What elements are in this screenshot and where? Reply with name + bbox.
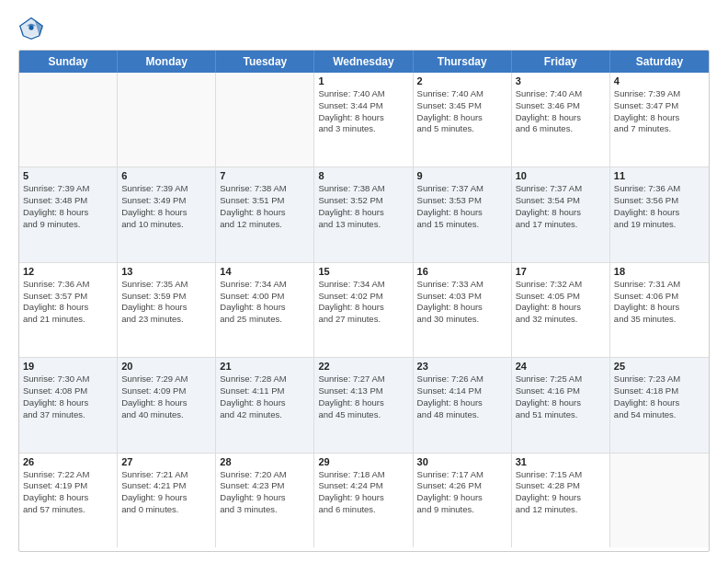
calendar-cell-3-3: 22Sunrise: 7:27 AMSunset: 4:13 PMDayligh… — [314, 358, 413, 452]
day-number: 10 — [516, 170, 606, 181]
calendar-cell-0-1 — [118, 73, 216, 167]
calendar-cell-0-5: 3Sunrise: 7:40 AMSunset: 3:46 PMDaylight… — [512, 73, 610, 167]
calendar-row-2: 12Sunrise: 7:36 AMSunset: 3:57 PMDayligh… — [19, 263, 709, 358]
cell-line: and 35 minutes. — [614, 314, 705, 326]
cell-line: Daylight: 8 hours — [417, 207, 507, 219]
calendar-cell-0-2 — [216, 73, 314, 167]
cell-line: and 40 minutes. — [121, 409, 211, 421]
calendar-cell-3-4: 23Sunrise: 7:26 AMSunset: 4:14 PMDayligh… — [414, 358, 512, 452]
day-number: 7 — [220, 170, 310, 181]
calendar-row-0: 1Sunrise: 7:40 AMSunset: 3:44 PMDaylight… — [19, 73, 709, 167]
cell-line: Sunrise: 7:36 AM — [23, 279, 113, 291]
calendar-cell-1-4: 9Sunrise: 7:37 AMSunset: 3:53 PMDaylight… — [414, 167, 512, 261]
cell-line: Sunrise: 7:29 AM — [121, 373, 211, 385]
calendar-cell-2-0: 12Sunrise: 7:36 AMSunset: 3:57 PMDayligh… — [19, 263, 118, 357]
cell-line: Sunrise: 7:17 AM — [417, 469, 507, 481]
calendar-cell-2-5: 17Sunrise: 7:32 AMSunset: 4:05 PMDayligh… — [512, 263, 610, 357]
cell-line: Sunset: 4:14 PM — [417, 385, 507, 397]
cell-line: Sunset: 3:54 PM — [516, 195, 606, 207]
day-number: 9 — [417, 170, 507, 181]
cell-line: and 6 minutes. — [516, 123, 606, 135]
cell-line: Sunset: 4:24 PM — [318, 480, 408, 492]
calendar-cell-2-4: 16Sunrise: 7:33 AMSunset: 4:03 PMDayligh… — [414, 263, 512, 357]
calendar-cell-3-0: 19Sunrise: 7:30 AMSunset: 4:08 PMDayligh… — [19, 358, 118, 452]
day-number: 17 — [516, 266, 606, 277]
calendar-cell-3-1: 20Sunrise: 7:29 AMSunset: 4:09 PMDayligh… — [118, 358, 216, 452]
cell-line: and 57 minutes. — [23, 504, 113, 516]
cell-line: Sunrise: 7:34 AM — [220, 279, 310, 291]
weekday-header-thursday: Thursday — [414, 51, 512, 73]
day-number: 11 — [614, 170, 705, 181]
cell-line: Daylight: 8 hours — [614, 397, 705, 409]
cell-line: Daylight: 8 hours — [614, 207, 705, 219]
cell-line: Sunrise: 7:40 AM — [318, 88, 408, 100]
cell-line: and 5 minutes. — [417, 123, 507, 135]
cell-line: and 3 minutes. — [220, 504, 310, 516]
cell-line: Daylight: 8 hours — [417, 397, 507, 409]
calendar-cell-3-5: 24Sunrise: 7:25 AMSunset: 4:16 PMDayligh… — [512, 358, 610, 452]
day-number: 14 — [220, 266, 310, 277]
weekday-header-wednesday: Wednesday — [314, 51, 413, 73]
cell-line: Sunrise: 7:38 AM — [220, 183, 310, 195]
cell-line: Sunset: 4:16 PM — [516, 385, 606, 397]
cell-line: Daylight: 9 hours — [121, 492, 211, 504]
logo — [18, 15, 48, 40]
calendar-cell-1-6: 11Sunrise: 7:36 AMSunset: 3:56 PMDayligh… — [610, 167, 709, 261]
cell-line: Daylight: 8 hours — [318, 112, 408, 124]
cell-line: Sunset: 4:18 PM — [614, 385, 705, 397]
cell-line: Daylight: 8 hours — [318, 302, 408, 314]
svg-point-3 — [28, 25, 33, 29]
cell-line: Sunrise: 7:35 AM — [121, 279, 211, 291]
calendar-cell-4-6 — [610, 454, 709, 547]
cell-line: Daylight: 8 hours — [614, 302, 705, 314]
cell-line: Sunset: 4:02 PM — [318, 291, 408, 303]
day-number: 18 — [614, 266, 705, 277]
cell-line: Daylight: 8 hours — [23, 397, 113, 409]
weekday-header-friday: Friday — [512, 51, 610, 73]
cell-line: Daylight: 8 hours — [318, 207, 408, 219]
cell-line: Sunset: 3:47 PM — [614, 100, 705, 112]
day-number: 29 — [318, 456, 408, 467]
cell-line: Daylight: 8 hours — [417, 302, 507, 314]
calendar-cell-4-3: 29Sunrise: 7:18 AMSunset: 4:24 PMDayligh… — [314, 454, 413, 547]
cell-line: Sunrise: 7:39 AM — [121, 183, 211, 195]
cell-line: Daylight: 8 hours — [121, 397, 211, 409]
calendar-cell-1-5: 10Sunrise: 7:37 AMSunset: 3:54 PMDayligh… — [512, 167, 610, 261]
calendar-cell-0-6: 4Sunrise: 7:39 AMSunset: 3:47 PMDaylight… — [610, 73, 709, 167]
calendar-row-3: 19Sunrise: 7:30 AMSunset: 4:08 PMDayligh… — [19, 358, 709, 453]
cell-line: and 7 minutes. — [614, 123, 705, 135]
cell-line: Sunrise: 7:25 AM — [516, 373, 606, 385]
cell-line: and 10 minutes. — [121, 219, 211, 231]
calendar-cell-4-1: 27Sunrise: 7:21 AMSunset: 4:21 PMDayligh… — [118, 454, 216, 547]
calendar-row-4: 26Sunrise: 7:22 AMSunset: 4:19 PMDayligh… — [19, 454, 709, 547]
cell-line: Sunset: 3:52 PM — [318, 195, 408, 207]
cell-line: Sunrise: 7:39 AM — [23, 183, 113, 195]
day-number: 28 — [220, 456, 310, 467]
cell-line: Daylight: 8 hours — [220, 397, 310, 409]
day-number: 23 — [417, 361, 507, 372]
cell-line: and 54 minutes. — [614, 409, 705, 421]
day-number: 31 — [516, 456, 606, 467]
cell-line: Sunrise: 7:26 AM — [417, 373, 507, 385]
cell-line: Sunset: 3:46 PM — [516, 100, 606, 112]
cell-line: Sunrise: 7:28 AM — [220, 373, 310, 385]
cell-line: Daylight: 8 hours — [121, 302, 211, 314]
day-number: 6 — [121, 170, 211, 181]
cell-line: and 13 minutes. — [318, 219, 408, 231]
day-number: 25 — [614, 361, 705, 372]
day-number: 13 — [121, 266, 211, 277]
cell-line: Sunset: 4:09 PM — [121, 385, 211, 397]
cell-line: Sunset: 4:26 PM — [417, 480, 507, 492]
cell-line: Daylight: 9 hours — [516, 492, 606, 504]
calendar-cell-0-4: 2Sunrise: 7:40 AMSunset: 3:45 PMDaylight… — [414, 73, 512, 167]
calendar-cell-1-3: 8Sunrise: 7:38 AMSunset: 3:52 PMDaylight… — [314, 167, 413, 261]
calendar-cell-1-1: 6Sunrise: 7:39 AMSunset: 3:49 PMDaylight… — [118, 167, 216, 261]
cell-line: Daylight: 8 hours — [23, 492, 113, 504]
cell-line: Daylight: 9 hours — [417, 492, 507, 504]
cell-line: Sunrise: 7:39 AM — [614, 88, 705, 100]
cell-line: Daylight: 8 hours — [417, 112, 507, 124]
cell-line: Sunset: 4:23 PM — [220, 480, 310, 492]
weekday-header-tuesday: Tuesday — [216, 51, 314, 73]
day-number: 27 — [121, 456, 211, 467]
cell-line: and 21 minutes. — [23, 314, 113, 326]
